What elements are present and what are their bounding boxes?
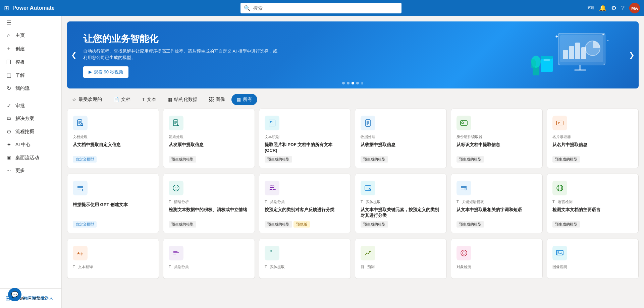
card-badge-2: 预生成的模型 (169, 156, 196, 163)
sidebar-item-ai-center[interactable]: ✦ AI 中心 (0, 138, 61, 151)
sidebar-label-more: 更多 (15, 168, 25, 174)
search-input[interactable] (253, 5, 398, 11)
search-icon: 🔍 (244, 5, 251, 11)
sidebar-label-home: 主页 (15, 33, 25, 39)
card-object-detection[interactable]: 对象检测 (451, 239, 543, 279)
card-icon-classification (265, 181, 279, 195)
card-category-6: 名片读取器 (552, 134, 633, 139)
svg-rect-30 (270, 121, 272, 123)
card-entity-extraction-2[interactable]: " T 实体提取 (259, 239, 351, 279)
banner-dot-3[interactable] (352, 82, 354, 84)
settings-icon[interactable]: ⚙ (611, 4, 616, 12)
card-category-classification[interactable]: T 类别分类 按预定义的类别对客户反馈进行分类 预生成的模型 预览版 (259, 174, 351, 233)
avatar[interactable]: MA (629, 3, 640, 13)
card-entity-extraction[interactable]: T 实体提取 从文本中提取关键元素，按预定义的类别对其进行分类 预生成的模型 (355, 174, 447, 233)
card-badge-9b: 预览版 (293, 221, 310, 228)
svg-point-72 (369, 251, 371, 252)
sidebar-collapse[interactable]: ☰ (0, 16, 61, 29)
banner-nav-right[interactable]: ❯ (629, 51, 635, 59)
card-receipt[interactable]: 收据处理 从收据中提取信息 预生成的模型 (355, 109, 447, 168)
filter-tab-text[interactable]: T 文本 (137, 94, 161, 105)
sidebar-item-home[interactable]: ⌂ 主页 (0, 29, 61, 42)
card-category-classification-2[interactable]: T 类别分类 (163, 239, 255, 279)
filter-tab-document[interactable]: 📄 文档 (108, 94, 136, 105)
sidebar-label-solutions: 解决方案 (15, 116, 34, 122)
header-left: ⊞ Power Automate (4, 4, 55, 12)
banner-pause-icon[interactable]: ⏸ (361, 82, 364, 84)
filter-tab-structured-data[interactable]: ▦ 结构化数据 (163, 94, 203, 105)
banner-dot-1[interactable] (342, 82, 345, 84)
banner-dot-4[interactable] (356, 82, 359, 84)
content-area: ❮ 让您的业务智能化 自动执行流程、查找见解并让应用程序提高工作效率。请从预生成… (62, 16, 644, 308)
svg-text:字: 字 (80, 252, 83, 256)
card-doc-processing[interactable]: 文档处理 从文档中提取自定义信息 自定义模型 (67, 109, 159, 168)
card-icon-id (457, 116, 471, 130)
card-badge-5: 预生成的模型 (457, 156, 484, 163)
card-icon-ocr (265, 116, 279, 130)
card-sentiment[interactable]: T 情绪分析 检测文本数据中的积极、消极或中立情绪 预生成的模型 (163, 174, 255, 233)
card-key-phrase[interactable]: T 关键短语提取 从文本中提取最相关的字词和短语 预生成的模型 (451, 174, 543, 233)
card-image-description[interactable]: 图像说明 (547, 239, 639, 279)
sidebar-label-create: 创建 (15, 46, 25, 52)
banner-description: 自动执行流程、查找见解并让应用程序提高工作效率。请从预生成的可自定义 AI 模型… (83, 48, 278, 61)
card-title-6: 从名片中提取信息 (552, 142, 633, 148)
banner-dots: ⏸ (342, 82, 364, 84)
card-badge-11: 预生成的模型 (457, 221, 484, 228)
chat-button[interactable]: 💬 (8, 288, 21, 301)
filter-label-image: 图像 (216, 97, 225, 103)
learn-icon: ◫ (5, 72, 12, 78)
card-ocr[interactable]: 文本识别 提取照片和 PDF 文档中的所有文本 (OCR) 预生成的模型 (259, 109, 351, 168)
sidebar-item-solutions[interactable]: ⧉ 解决方案 (0, 112, 61, 125)
card-badge-8: 预生成的模型 (169, 221, 196, 228)
help-icon[interactable]: ? (621, 5, 625, 12)
filter-bar: ☆ 最受欢迎的 📄 文档 T 文本 ▦ 结构化数据 🖼 图像 ▦ 所有 (62, 88, 644, 109)
svg-rect-10 (541, 56, 553, 59)
search-bar[interactable]: 🔍 (240, 3, 401, 13)
sidebar-item-approvals[interactable]: ✓ 审批 (0, 99, 61, 112)
sidebar-item-templates[interactable]: ❐ 模板 (0, 56, 61, 69)
banner-dot-2[interactable] (347, 82, 350, 84)
card-category-5: 身份证件读取器 (457, 134, 537, 139)
card-prediction[interactable]: 目 预测 (355, 239, 447, 279)
card-id-reader[interactable]: 身份证件读取器 从标识文档中提取信息 预生成的模型 (451, 109, 543, 168)
card-text-translation[interactable]: A字 T 文本翻译 (67, 239, 159, 279)
card-gpt-text[interactable]: 根据提示使用 GPT 创建文本 自定义模型 (67, 174, 159, 233)
my-flows-icon: ↻ (5, 85, 12, 91)
filter-tab-popular[interactable]: ☆ 最受欢迎的 (67, 94, 107, 105)
svg-text:A: A (77, 251, 80, 255)
sidebar-item-my-flows[interactable]: ↻ 我的流 (0, 82, 61, 95)
svg-point-62 (465, 188, 467, 190)
card-badge-9a: 预生成的模型 (265, 221, 292, 228)
chat-label[interactable]: 询问聊天机器人 (23, 295, 53, 301)
card-badge-6: 预生成的模型 (552, 156, 580, 163)
card-invoice-processing[interactable]: 发票处理 从发票中提取信息 预生成的模型 (163, 109, 255, 168)
sidebar-item-desktop-activity[interactable]: ▣ 桌面流活动 (0, 151, 61, 164)
card-language-detection[interactable]: T 语言检测 检测文本文档的主要语言 预生成的模型 (547, 174, 639, 233)
sidebar-label-desktop-activity: 桌面流活动 (15, 155, 39, 161)
sidebar-item-create[interactable]: ＋ 创建 (0, 42, 61, 56)
card-title-12: 检测文本文档的主要语言 (552, 207, 633, 213)
waffle-icon[interactable]: ⊞ (4, 4, 9, 12)
svg-rect-2 (563, 50, 568, 59)
svg-rect-25 (173, 120, 178, 126)
svg-rect-3 (569, 46, 574, 59)
banner-video-button[interactable]: ▶ 观看 90 秒视频 (83, 66, 128, 78)
card-title-1: 从文档中提取自定义信息 (73, 142, 153, 148)
approvals-icon: ✓ (5, 103, 12, 109)
svg-text:✦: ✦ (602, 33, 604, 37)
notification-icon[interactable]: 🔔 (599, 4, 606, 12)
sidebar-item-learn[interactable]: ◫ 了解 (0, 69, 61, 82)
star-icon: ☆ (72, 97, 76, 102)
card-biz-card[interactable]: 名片读取器 从名片中提取信息 预生成的模型 (547, 109, 639, 168)
card-icon-classification-2 (169, 246, 183, 260)
card-badge-10: 预生成的模型 (361, 221, 388, 228)
sidebar-label-my-flows: 我的流 (15, 85, 30, 91)
filter-tab-image[interactable]: 🖼 图像 (204, 94, 230, 105)
card-badge-7: 自定义模型 (73, 221, 97, 228)
sidebar-item-process-mining[interactable]: ⊙ 流程挖掘 (0, 125, 61, 138)
sidebar-item-more[interactable]: ··· 更多 (0, 164, 61, 177)
banner-nav-left[interactable]: ❮ (71, 51, 77, 59)
svg-point-11 (543, 59, 550, 61)
home-icon: ⌂ (5, 33, 12, 39)
filter-tab-all[interactable]: ▦ 所有 (231, 94, 257, 105)
